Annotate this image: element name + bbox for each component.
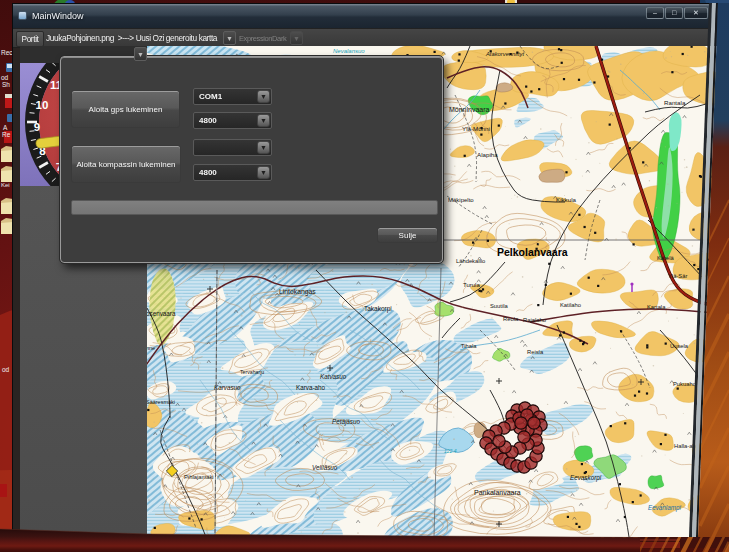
svg-text:Ylä-Sär: Ylä-Sär bbox=[668, 273, 687, 279]
svg-text:Kikkula: Kikkula bbox=[556, 196, 577, 203]
svg-text:Suutila: Suutila bbox=[490, 303, 509, 309]
svg-text:Pelkolanvaara: Pelkolanvaara bbox=[497, 246, 568, 258]
svg-text:Ylä-Mönni: Ylä-Mönni bbox=[462, 125, 490, 132]
svg-text:Lintokangas: Lintokangas bbox=[279, 288, 316, 296]
svg-text:rrinne: rrinne bbox=[147, 345, 155, 351]
svg-text:Kei: Kei bbox=[1, 182, 10, 188]
svg-text:Tolosenvaara: Tolosenvaara bbox=[147, 310, 176, 317]
svg-text:Reola: Reola bbox=[503, 316, 519, 322]
svg-text:Mönninvaara: Mönninvaara bbox=[449, 106, 490, 113]
svg-text:Karvasuo: Karvasuo bbox=[214, 384, 241, 391]
svg-text:Karva-aho: Karva-aho bbox=[296, 384, 326, 391]
svg-text:Veliläsuo: Veliläsuo bbox=[312, 464, 338, 471]
svg-text:Rajalaho: Rajalaho bbox=[523, 317, 546, 323]
svg-text:Lähdekallio: Lähdekallio bbox=[456, 258, 485, 264]
svg-text:Pankalanvaara: Pankalanvaara bbox=[474, 489, 521, 496]
svg-text:Petäjäsuo: Petäjäsuo bbox=[332, 418, 361, 426]
svg-text:Turula: Turula bbox=[463, 282, 480, 288]
svg-text:Kartala: Kartala bbox=[647, 304, 666, 310]
svg-text:Nevalansuo: Nevalansuo bbox=[333, 48, 365, 54]
svg-text:122.4: 122.4 bbox=[444, 448, 457, 454]
svg-text:Eevanlampi: Eevanlampi bbox=[648, 504, 682, 512]
svg-text:Pukuaho: Pukuaho bbox=[673, 381, 696, 387]
svg-text:od: od bbox=[1, 74, 9, 81]
svg-text:Tihala: Tihala bbox=[461, 343, 477, 349]
svg-text:Mäkipelto: Mäkipelto bbox=[448, 197, 474, 203]
svg-text:Kärelä: Kärelä bbox=[657, 255, 675, 261]
svg-text:Uusela: Uusela bbox=[670, 343, 689, 349]
svg-text:Sääresmäki: Sääresmäki bbox=[147, 399, 175, 405]
svg-text:Pihlajamäki: Pihlajamäki bbox=[184, 474, 214, 480]
svg-text:Reisla: Reisla bbox=[527, 349, 544, 355]
svg-text:Sh: Sh bbox=[2, 81, 10, 88]
svg-text:Katilaho: Katilaho bbox=[560, 302, 581, 308]
svg-text:10: 10 bbox=[36, 99, 49, 111]
svg-text:Alapiha: Alapiha bbox=[477, 151, 498, 158]
svg-text:Re: Re bbox=[2, 131, 11, 138]
svg-text:Atakorvenniityt: Atakorvenniityt bbox=[485, 51, 524, 57]
svg-text:Halla-aho: Halla-aho bbox=[674, 443, 699, 449]
svg-text:Tervaharju: Tervaharju bbox=[240, 369, 264, 375]
svg-text:Eevaskorpi: Eevaskorpi bbox=[570, 474, 602, 482]
svg-text:Katvasuo: Katvasuo bbox=[320, 373, 347, 380]
svg-text:od: od bbox=[2, 366, 10, 373]
svg-text:Takakorpi: Takakorpi bbox=[364, 305, 392, 313]
svg-text:9: 9 bbox=[34, 121, 40, 133]
svg-text:A: A bbox=[3, 124, 8, 131]
svg-text:Rantala: Rantala bbox=[664, 99, 686, 106]
